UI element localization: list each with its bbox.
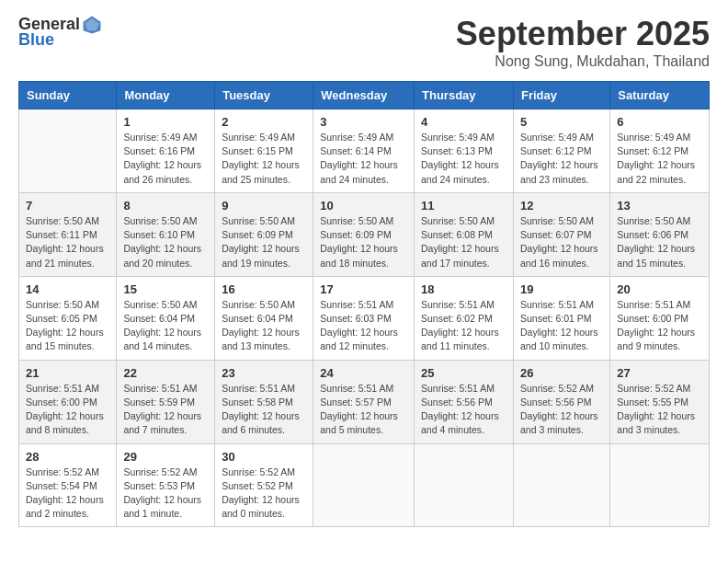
location-title: Nong Sung, Mukdahan, Thailand [456,53,710,70]
calendar-cell: 12Sunrise: 5:50 AM Sunset: 6:07 PM Dayli… [513,192,609,276]
weekday-header-wednesday: Wednesday [313,82,415,109]
day-number: 5 [520,115,603,129]
day-number: 24 [320,366,407,380]
day-number: 22 [123,366,208,380]
calendar-cell [19,109,117,193]
day-number: 17 [320,282,407,296]
calendar-cell: 30Sunrise: 5:52 AM Sunset: 5:52 PM Dayli… [215,443,313,527]
calendar-cell: 13Sunrise: 5:50 AM Sunset: 6:06 PM Dayli… [610,192,710,276]
day-number: 28 [26,450,109,464]
title-area: September 2025 Nong Sung, Mukdahan, Thai… [456,15,710,70]
day-info: Sunrise: 5:51 AM Sunset: 6:01 PM Dayligh… [520,298,603,354]
day-info: Sunrise: 5:52 AM Sunset: 5:53 PM Dayligh… [123,465,208,522]
calendar-cell [415,443,514,527]
day-info: Sunrise: 5:50 AM Sunset: 6:09 PM Dayligh… [222,214,306,270]
calendar-cell [610,443,710,527]
day-number: 1 [123,115,208,129]
day-number: 8 [123,199,208,213]
day-info: Sunrise: 5:51 AM Sunset: 6:02 PM Dayligh… [421,298,506,354]
calendar-cell: 20Sunrise: 5:51 AM Sunset: 6:00 PM Dayli… [610,276,710,360]
week-row-4: 21Sunrise: 5:51 AM Sunset: 6:00 PM Dayli… [19,360,710,443]
calendar-cell: 25Sunrise: 5:51 AM Sunset: 5:56 PM Dayli… [415,360,514,443]
month-title: September 2025 [456,15,710,53]
calendar-cell: 6Sunrise: 5:49 AM Sunset: 6:12 PM Daylig… [610,109,710,193]
day-number: 3 [320,115,407,129]
weekday-header-row: SundayMondayTuesdayWednesdayThursdayFrid… [19,82,710,109]
day-number: 13 [617,199,702,213]
calendar-cell: 10Sunrise: 5:50 AM Sunset: 6:09 PM Dayli… [313,192,415,276]
day-info: Sunrise: 5:51 AM Sunset: 6:03 PM Dayligh… [320,298,407,354]
day-info: Sunrise: 5:50 AM Sunset: 6:06 PM Dayligh… [617,214,702,270]
day-number: 23 [222,366,306,380]
day-info: Sunrise: 5:49 AM Sunset: 6:12 PM Dayligh… [520,131,603,187]
day-number: 18 [421,282,506,296]
day-info: Sunrise: 5:50 AM Sunset: 6:04 PM Dayligh… [123,298,208,354]
day-number: 19 [520,282,603,296]
day-number: 30 [222,450,306,464]
calendar-cell: 18Sunrise: 5:51 AM Sunset: 6:02 PM Dayli… [415,276,514,360]
calendar-cell: 16Sunrise: 5:50 AM Sunset: 6:04 PM Dayli… [215,276,313,360]
calendar-cell: 5Sunrise: 5:49 AM Sunset: 6:12 PM Daylig… [513,109,609,193]
calendar-cell [313,443,415,527]
logo: General Blue [18,15,102,50]
day-number: 11 [421,199,506,213]
calendar-cell: 15Sunrise: 5:50 AM Sunset: 6:04 PM Dayli… [117,276,215,360]
calendar-cell [513,443,609,527]
day-number: 6 [617,115,702,129]
day-info: Sunrise: 5:49 AM Sunset: 6:16 PM Dayligh… [123,131,208,187]
day-info: Sunrise: 5:50 AM Sunset: 6:05 PM Dayligh… [26,298,109,354]
day-number: 20 [617,282,702,296]
calendar-cell: 28Sunrise: 5:52 AM Sunset: 5:54 PM Dayli… [19,443,117,527]
day-info: Sunrise: 5:50 AM Sunset: 6:10 PM Dayligh… [123,214,208,270]
weekday-header-sunday: Sunday [19,82,117,109]
day-info: Sunrise: 5:51 AM Sunset: 5:58 PM Dayligh… [222,382,306,438]
calendar-cell: 17Sunrise: 5:51 AM Sunset: 6:03 PM Dayli… [313,276,415,360]
day-info: Sunrise: 5:50 AM Sunset: 6:09 PM Dayligh… [320,214,407,270]
day-info: Sunrise: 5:50 AM Sunset: 6:04 PM Dayligh… [222,298,306,354]
day-info: Sunrise: 5:52 AM Sunset: 5:54 PM Dayligh… [26,465,109,522]
calendar-cell: 24Sunrise: 5:51 AM Sunset: 5:57 PM Dayli… [313,360,415,443]
day-number: 21 [26,366,109,380]
day-info: Sunrise: 5:49 AM Sunset: 6:15 PM Dayligh… [222,131,306,187]
weekday-header-monday: Monday [117,82,215,109]
weekday-header-friday: Friday [513,82,609,109]
day-number: 14 [26,282,109,296]
calendar-cell: 19Sunrise: 5:51 AM Sunset: 6:01 PM Dayli… [513,276,609,360]
weekday-header-tuesday: Tuesday [215,82,313,109]
day-number: 29 [123,450,208,464]
calendar-table: SundayMondayTuesdayWednesdayThursdayFrid… [18,81,710,527]
calendar-cell: 11Sunrise: 5:50 AM Sunset: 6:08 PM Dayli… [415,192,514,276]
week-row-1: 1Sunrise: 5:49 AM Sunset: 6:16 PM Daylig… [19,109,710,193]
day-number: 27 [617,366,702,380]
week-row-2: 7Sunrise: 5:50 AM Sunset: 6:11 PM Daylig… [19,192,710,276]
day-number: 7 [26,199,109,213]
day-number: 12 [520,199,603,213]
week-row-3: 14Sunrise: 5:50 AM Sunset: 6:05 PM Dayli… [19,276,710,360]
calendar-cell: 29Sunrise: 5:52 AM Sunset: 5:53 PM Dayli… [117,443,215,527]
calendar-cell: 23Sunrise: 5:51 AM Sunset: 5:58 PM Dayli… [215,360,313,443]
calendar-cell: 2Sunrise: 5:49 AM Sunset: 6:15 PM Daylig… [215,109,313,193]
day-info: Sunrise: 5:52 AM Sunset: 5:56 PM Dayligh… [520,382,603,438]
day-info: Sunrise: 5:52 AM Sunset: 5:55 PM Dayligh… [617,382,702,438]
day-number: 16 [222,282,306,296]
day-number: 4 [421,115,506,129]
day-number: 15 [123,282,208,296]
day-number: 10 [320,199,407,213]
week-row-5: 28Sunrise: 5:52 AM Sunset: 5:54 PM Dayli… [19,443,710,527]
calendar-cell: 4Sunrise: 5:49 AM Sunset: 6:13 PM Daylig… [415,109,514,193]
day-info: Sunrise: 5:50 AM Sunset: 6:07 PM Dayligh… [520,214,603,270]
calendar-cell: 7Sunrise: 5:50 AM Sunset: 6:11 PM Daylig… [19,192,117,276]
header: General Blue September 2025 Nong Sung, M… [18,15,710,70]
calendar-cell: 21Sunrise: 5:51 AM Sunset: 6:00 PM Dayli… [19,360,117,443]
day-number: 26 [520,366,603,380]
day-info: Sunrise: 5:52 AM Sunset: 5:52 PM Dayligh… [222,465,306,522]
day-number: 25 [421,366,506,380]
logo-text-blue: Blue [18,31,54,50]
day-info: Sunrise: 5:51 AM Sunset: 6:00 PM Dayligh… [26,382,109,438]
weekday-header-thursday: Thursday [415,82,514,109]
day-number: 9 [222,199,306,213]
day-info: Sunrise: 5:50 AM Sunset: 6:08 PM Dayligh… [421,214,506,270]
day-info: Sunrise: 5:49 AM Sunset: 6:14 PM Dayligh… [320,131,407,187]
day-info: Sunrise: 5:51 AM Sunset: 5:57 PM Dayligh… [320,382,407,438]
day-info: Sunrise: 5:51 AM Sunset: 5:56 PM Dayligh… [421,382,506,438]
